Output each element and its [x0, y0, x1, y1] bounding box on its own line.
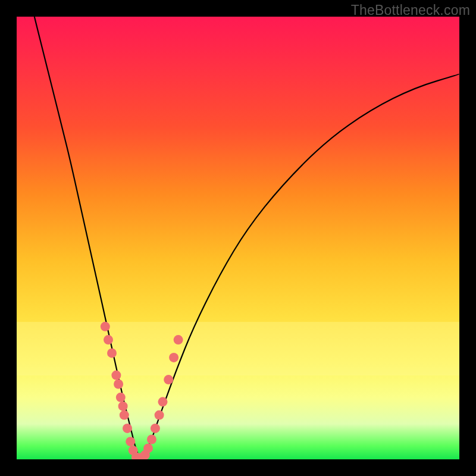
- marker-dot: [104, 335, 113, 345]
- watermark-text: TheBottleneck.com: [351, 2, 470, 18]
- v-curve-left: [35, 17, 141, 459]
- marker-group: [101, 322, 183, 459]
- marker-dot: [155, 411, 164, 420]
- marker-dot: [118, 402, 128, 411]
- marker-dot: [111, 371, 121, 380]
- marker-dot: [123, 424, 132, 433]
- marker-dot: [169, 353, 178, 362]
- v-curve-right: [140, 74, 459, 459]
- marker-dot: [120, 411, 129, 420]
- marker-dot: [174, 335, 183, 345]
- marker-dot: [143, 443, 153, 453]
- marker-dot: [158, 397, 168, 406]
- marker-dot: [151, 424, 160, 433]
- image-frame: TheBottleneck.com: [0, 0, 476, 476]
- marker-dot: [126, 437, 135, 446]
- marker-dot: [101, 322, 110, 331]
- marker-dot: [114, 380, 123, 389]
- marker-dot: [164, 375, 173, 384]
- marker-dot: [116, 393, 126, 402]
- plot-area: [17, 17, 459, 459]
- marker-dot: [147, 435, 156, 444]
- marker-dot: [107, 348, 117, 358]
- curve-layer: [17, 17, 459, 459]
